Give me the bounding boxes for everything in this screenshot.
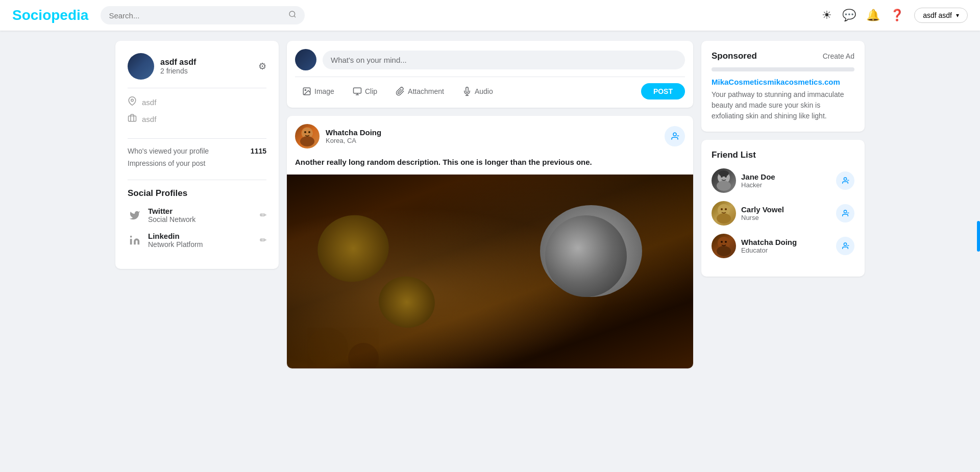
- user-menu-button[interactable]: asdf asdf ▾: [914, 8, 968, 23]
- svg-point-26: [844, 178, 846, 180]
- svg-point-15: [304, 131, 306, 133]
- message-icon[interactable]: 💬: [842, 9, 856, 22]
- social-profiles-title: Social Profiles: [128, 188, 266, 198]
- friend-list-title: Friend List: [712, 150, 854, 160]
- post-image: [287, 175, 693, 368]
- post-button[interactable]: POST: [641, 83, 685, 100]
- linkedin-name: Linkedin: [148, 232, 203, 240]
- friend-carly-action-button[interactable]: [836, 204, 854, 222]
- svg-point-4: [130, 235, 132, 237]
- clip-button[interactable]: Clip: [346, 84, 384, 99]
- friend-jane-action-button[interactable]: [836, 171, 854, 190]
- svg-rect-3: [129, 116, 136, 121]
- advert-description: Your pathway to stunning and immaculate …: [712, 89, 854, 121]
- svg-point-19: [307, 328, 348, 368]
- advert-name: MikaCosmeticsmikacosmetics.com: [712, 78, 854, 86]
- advert-image: [712, 67, 854, 71]
- create-ad-link[interactable]: Create Ad: [823, 52, 854, 60]
- svg-point-29: [717, 213, 731, 223]
- image-label: Image: [314, 87, 334, 95]
- post-avatar: [295, 124, 320, 148]
- center-feed: What's on your mind... Image Clip Attach…: [287, 41, 693, 368]
- bell-icon[interactable]: 🔔: [866, 9, 880, 22]
- friend-whatcha-action-button[interactable]: [836, 237, 854, 255]
- search-icon: [288, 10, 297, 20]
- stats-section: Who's viewed your profile 1115 Impressio…: [128, 139, 266, 180]
- friend-carly-left: Carly Vowel Nurse: [712, 201, 784, 226]
- svg-point-30: [721, 208, 723, 210]
- friend-list-card: Friend List Jan: [701, 140, 865, 277]
- right-sidebar: Sponsored Create Ad MikaCosmeticsmikacos…: [701, 41, 865, 368]
- audio-label: Audio: [475, 87, 493, 95]
- linkedin-icon: [128, 233, 142, 247]
- composer-actions: Image Clip Attachment Audio POST: [295, 77, 685, 100]
- twitter-icon: [128, 208, 142, 222]
- twitter-name: Twitter: [148, 207, 195, 215]
- svg-point-38: [844, 243, 846, 245]
- friend-jane-left: Jane Doe Hacker: [712, 168, 775, 193]
- svg-point-0: [289, 11, 295, 17]
- svg-point-32: [844, 210, 846, 213]
- post-card: Whatcha Doing Korea, CA Another really l…: [287, 116, 693, 368]
- post-header: Whatcha Doing Korea, CA: [287, 116, 693, 157]
- sponsored-card: Sponsored Create Ad MikaCosmeticsmikacos…: [701, 41, 865, 132]
- composer-avatar: [295, 49, 316, 70]
- composer-input[interactable]: What's on your mind...: [323, 51, 685, 69]
- search-bar[interactable]: [101, 6, 305, 24]
- svg-point-20: [348, 343, 379, 368]
- scrollbar[interactable]: [977, 221, 980, 252]
- friend-jane-name: Jane Doe: [741, 172, 775, 181]
- friend-whatcha-avatar: [712, 234, 736, 258]
- profile-section: asdf asdf 2 friends ⚙: [128, 53, 266, 88]
- post-author-name: Whatcha Doing: [326, 128, 381, 137]
- twitter-edit-icon[interactable]: ✏: [260, 210, 266, 220]
- post-author: Whatcha Doing Korea, CA: [295, 124, 381, 148]
- friend-jane-avatar: [712, 168, 736, 193]
- search-input[interactable]: [109, 11, 284, 20]
- svg-point-6: [305, 89, 306, 90]
- svg-point-17: [673, 133, 676, 136]
- svg-point-36: [721, 241, 723, 243]
- impressions-row: Impressions of your post: [128, 159, 266, 167]
- composer-top: What's on your mind...: [295, 49, 685, 77]
- job-text: asdf: [142, 115, 156, 123]
- clip-label: Clip: [365, 87, 377, 95]
- views-row: Who's viewed your profile 1115: [128, 147, 266, 155]
- svg-point-25: [719, 170, 729, 177]
- friend-jane-job: Hacker: [741, 181, 775, 189]
- friend-whatcha-left: Whatcha Doing Educator: [712, 234, 797, 258]
- profile-settings-icon[interactable]: ⚙: [258, 61, 266, 72]
- friend-carly-job: Nurse: [741, 214, 784, 221]
- location-icon: [128, 96, 137, 108]
- linkedin-sub: Network Platform: [148, 240, 203, 249]
- views-label: Who's viewed your profile: [128, 147, 209, 155]
- friend-carly-avatar: [712, 201, 736, 226]
- left-sidebar: asdf asdf 2 friends ⚙ asdf: [115, 41, 279, 368]
- profile-info: asdf asdf 2 friends: [128, 53, 196, 80]
- linkedin-edit-icon[interactable]: ✏: [260, 235, 266, 245]
- impressions-label[interactable]: Impressions of your post: [128, 159, 206, 167]
- attachment-button[interactable]: Attachment: [388, 84, 451, 99]
- views-count: 1115: [251, 147, 266, 155]
- briefcase-icon: [128, 113, 137, 125]
- post-location: Korea, CA: [326, 137, 381, 144]
- sun-icon[interactable]: ☀: [822, 9, 832, 22]
- linkedin-left: Linkedin Network Platform: [128, 232, 203, 249]
- svg-point-16: [308, 131, 310, 133]
- navbar: Sociopedia ☀ 💬 🔔 ❓ asdf asdf ▾: [0, 0, 980, 31]
- svg-rect-7: [353, 88, 361, 93]
- avatar: [128, 53, 154, 80]
- audio-button[interactable]: Audio: [455, 84, 500, 99]
- twitter-sub: Social Network: [148, 215, 195, 223]
- user-label: asdf asdf: [923, 11, 952, 19]
- app-logo: Sociopedia: [12, 7, 88, 23]
- friend-whatcha-job: Educator: [741, 246, 797, 254]
- help-icon[interactable]: ❓: [890, 9, 904, 22]
- follow-button[interactable]: [665, 126, 685, 146]
- svg-point-37: [725, 241, 727, 243]
- friend-item-jane: Jane Doe Hacker: [712, 168, 854, 193]
- chevron-down-icon: ▾: [956, 12, 959, 19]
- image-button[interactable]: Image: [295, 84, 341, 99]
- svg-point-35: [717, 246, 731, 256]
- svg-point-31: [725, 208, 727, 210]
